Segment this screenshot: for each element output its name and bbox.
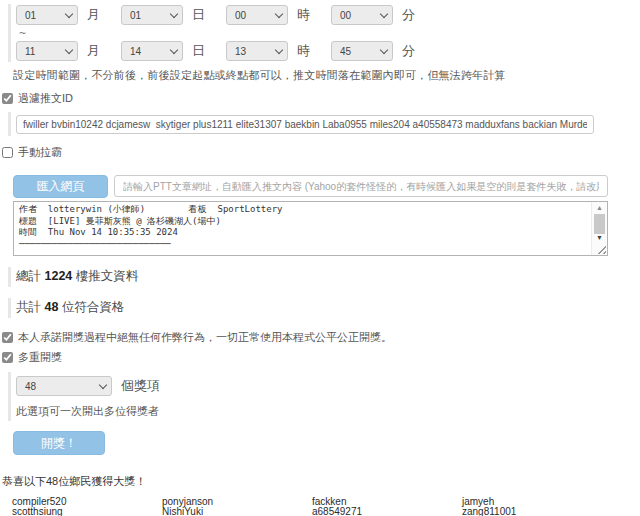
prize-count-select[interactable]: 48: [16, 376, 112, 396]
scrollbar-thumb[interactable]: [594, 214, 605, 234]
winners-column: compiler520scotthsiungilovemlbdark1015sh…: [12, 497, 162, 516]
hour-unit-label: 時: [297, 6, 310, 24]
post-content-textarea[interactable]: 作者 lotterywin (小律師) 看板 SportLottery 標題 […: [13, 201, 608, 256]
import-page-button[interactable]: 匯入網頁: [13, 175, 108, 198]
manual-slot-checkbox[interactable]: [2, 147, 13, 158]
start-hour-select-wrap: 00: [226, 5, 288, 26]
total-suffix: 樓推文資料: [76, 269, 139, 283]
pledge-checkbox[interactable]: [2, 332, 13, 343]
winners-column: ponyjansonNishiYukib7068970689PTTagaWei4…: [162, 497, 312, 516]
end-month-select-wrap: 11: [16, 41, 78, 62]
start-minute-select-wrap: 00: [331, 5, 393, 26]
end-hour-select-wrap: 13: [226, 41, 288, 62]
filter-ids-section: [8, 112, 640, 136]
prize-count-section: 48 個獎項 此選項可一次開出多位得獎者: [8, 372, 640, 421]
time-range-end-row: 11 月 14 日 13 時 45: [16, 40, 640, 62]
winners-column: fackkena68549271macawbryant2413MS006872x…: [312, 497, 462, 516]
time-range-start-row: 01 月 01 日 00 時 00: [16, 4, 640, 26]
pledge-label: 本人承諾開獎過程中絕無任何作弊行為，一切正常使用本程式公平公正開獎。: [18, 330, 392, 345]
range-separator: ~: [19, 27, 640, 39]
lottery-tool-page: 01 月 01 日 00 時 00: [0, 0, 640, 516]
multi-draw-label: 多重開獎: [18, 350, 62, 365]
end-month-select[interactable]: 11: [16, 41, 78, 61]
day-unit-label: 日: [192, 6, 205, 24]
post-content-text: 作者 lotterywin (小律師) 看板 SportLottery 標題 […: [14, 202, 591, 255]
start-month-select-wrap: 01: [16, 5, 78, 26]
minute-unit-label: 分: [402, 6, 415, 24]
winners-column: jamyehzang811001chentacooldmangoesBlacko…: [462, 497, 612, 516]
filter-ids-input[interactable]: [16, 115, 594, 134]
winner-id: NishiYuki: [162, 507, 312, 516]
start-month-select[interactable]: 01: [16, 5, 78, 25]
winner-id: a68549271: [312, 507, 462, 516]
end-hour-select[interactable]: 13: [226, 41, 288, 61]
month-unit-label: 月: [87, 42, 100, 60]
results-headline: 恭喜以下48位鄉民獲得大獎！: [2, 474, 640, 489]
end-day-select-wrap: 14: [121, 41, 183, 62]
prize-count-note: 此選項可一次開出多位得獎者: [16, 404, 640, 419]
month-unit-label: 月: [87, 6, 100, 24]
hour-unit-label: 時: [297, 42, 310, 60]
filter-ids-checkbox-row: 過濾推文ID: [2, 91, 640, 106]
scroll-down-icon[interactable]: ▼: [596, 234, 603, 242]
manual-slot-checkbox-row: 手動拉霸: [2, 145, 640, 160]
scroll-up-icon[interactable]: ▲: [596, 204, 603, 212]
minute-unit-label: 分: [402, 42, 415, 60]
winners-grid: compiler520scotthsiungilovemlbdark1015sh…: [12, 497, 640, 516]
pledge-checkbox-row: 本人承諾開獎過程中絕無任何作弊行為，一切正常使用本程式公平公正開獎。: [2, 330, 640, 345]
start-day-select[interactable]: 01: [121, 5, 183, 25]
start-day-select-wrap: 01: [121, 5, 183, 26]
end-minute-select-wrap: 45: [331, 41, 393, 62]
qualified-stat: 共計 48 位符合資格: [8, 298, 640, 318]
qualified-prefix: 共計: [16, 300, 41, 314]
winner-id: zang811001: [462, 507, 612, 516]
winner-id: scotthsiung: [12, 507, 162, 516]
ptt-url-input[interactable]: [114, 175, 608, 197]
filter-ids-checkbox[interactable]: [2, 93, 13, 104]
time-range-section: 01 月 01 日 00 時 00: [8, 4, 640, 62]
end-day-select[interactable]: 14: [121, 41, 183, 61]
total-prefix: 總計: [16, 269, 41, 283]
manual-slot-label: 手動拉霸: [18, 145, 62, 160]
time-range-hint: 設定時間範圍，不分前後，前後設定起點或終點都可以，推文時間落在範圍內即可，但無法…: [13, 68, 640, 83]
total-pushes-stat: 總計 1224 樓推文資料: [8, 267, 640, 287]
day-unit-label: 日: [192, 42, 205, 60]
qualified-suffix: 位符合資格: [62, 300, 125, 314]
end-minute-select[interactable]: 45: [331, 41, 393, 61]
prize-count-select-wrap: 48: [16, 376, 112, 397]
total-value: 1224: [44, 269, 72, 283]
multi-draw-checkbox-row: 多重開獎: [2, 350, 640, 365]
qualified-value: 48: [44, 300, 58, 314]
filter-ids-label: 過濾推文ID: [18, 91, 73, 106]
start-minute-select[interactable]: 00: [331, 5, 393, 25]
start-hour-select[interactable]: 00: [226, 5, 288, 25]
import-row: 匯入網頁: [13, 175, 640, 198]
prize-unit-label: 個獎項: [121, 377, 160, 395]
draw-button[interactable]: 開獎！: [13, 431, 105, 455]
multi-draw-checkbox[interactable]: [2, 352, 13, 363]
